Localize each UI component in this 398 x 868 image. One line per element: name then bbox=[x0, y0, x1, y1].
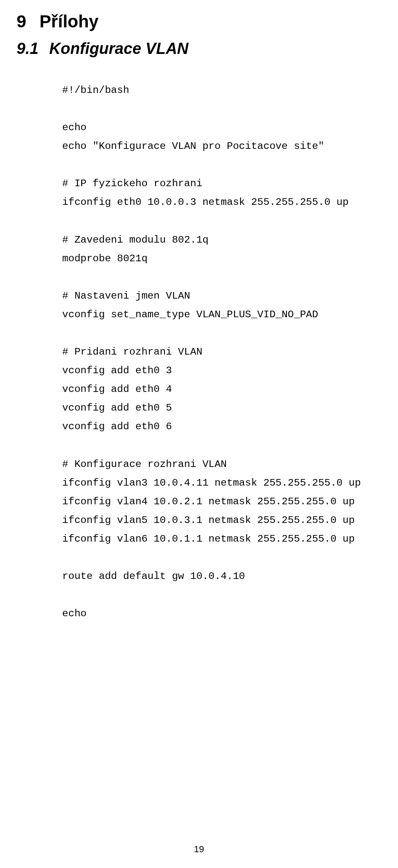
code-line: ifconfig vlan5 10.0.3.1 netmask 255.255.… bbox=[62, 515, 355, 526]
code-line: echo "Konfigurace VLAN pro Pocitacove si… bbox=[62, 141, 324, 152]
chapter-heading: 9Přílohy bbox=[17, 12, 381, 32]
code-line: echo bbox=[62, 608, 87, 619]
code-line: vconfig add eth0 6 bbox=[62, 421, 172, 432]
section-heading: 9.1Konfigurace VLAN bbox=[17, 40, 381, 58]
code-line: echo bbox=[62, 122, 87, 133]
page-container: 9Přílohy 9.1Konfigurace VLAN #!/bin/bash… bbox=[0, 0, 398, 868]
code-line: ifconfig vlan3 10.0.4.11 netmask 255.255… bbox=[62, 477, 361, 489]
code-line: vconfig add eth0 3 bbox=[62, 365, 172, 376]
code-line: modprobe 8021q bbox=[62, 253, 148, 264]
code-line: # Nastaveni jmen VLAN bbox=[62, 290, 190, 301]
code-block: #!/bin/bash echo echo "Konfigurace VLAN … bbox=[62, 81, 381, 623]
code-line: # Zavedeni modulu 802.1q bbox=[62, 234, 209, 246]
code-line: # Konfigurace rozhrani VLAN bbox=[62, 459, 227, 470]
code-line: vconfig set_name_type VLAN_PLUS_VID_NO_P… bbox=[62, 309, 318, 320]
chapter-title: Přílohy bbox=[39, 12, 98, 31]
code-line: vconfig add eth0 4 bbox=[62, 384, 172, 395]
code-line: #!/bin/bash bbox=[62, 85, 129, 96]
code-line: ifconfig vlan6 10.0.1.1 netmask 255.255.… bbox=[62, 533, 355, 545]
chapter-number: 9 bbox=[17, 12, 26, 32]
code-line: vconfig add eth0 5 bbox=[62, 402, 172, 413]
section-number: 9.1 bbox=[17, 40, 39, 58]
code-line: # IP fyzickeho rozhrani bbox=[62, 178, 202, 189]
code-line: ifconfig vlan4 10.0.2.1 netmask 255.255.… bbox=[62, 496, 355, 507]
code-line: ifconfig eth0 10.0.0.3 netmask 255.255.2… bbox=[62, 197, 349, 208]
section-title: Konfigurace VLAN bbox=[49, 40, 189, 57]
code-line: # Pridani rozhrani VLAN bbox=[62, 346, 202, 357]
page-number: 19 bbox=[0, 844, 398, 855]
code-line: route add default gw 10.0.4.10 bbox=[62, 571, 245, 582]
